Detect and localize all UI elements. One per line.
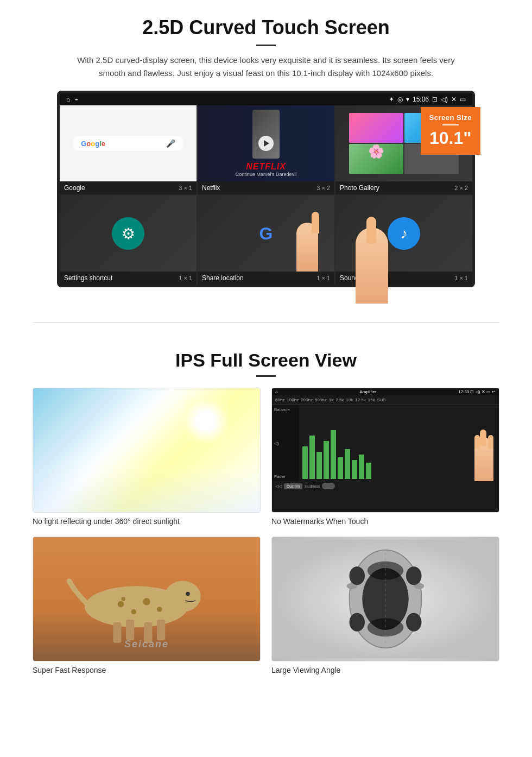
music-note-icon: ♪	[400, 225, 408, 242]
netflix-app-cell[interactable]: NETFLIX Continue Marvel's Daredevil Netf…	[198, 105, 334, 194]
settings-app-cell[interactable]: ⚙ Settings shortcut 1 × 1	[60, 195, 197, 285]
google-logo: Google	[81, 140, 105, 148]
section2-title: IPS Full Screen View	[33, 350, 499, 371]
section-curved-touch: 2.5D Curved Touch Screen With 2.5D curve…	[0, 0, 532, 300]
svg-rect-8	[113, 622, 121, 643]
eq-bar-4	[324, 441, 329, 479]
loudness-label: loudness	[305, 484, 320, 488]
share-location-content: G	[198, 195, 334, 272]
section2-divider	[256, 375, 276, 377]
screen-size-badge: Screen Size 10.1"	[421, 107, 481, 155]
sound-size: 1 × 1	[454, 275, 468, 281]
car-svg	[272, 537, 499, 661]
sunlight-bg	[33, 388, 260, 512]
amplifier-label: No Watermarks When Touch	[271, 517, 499, 526]
svg-point-6	[157, 607, 162, 612]
eq-bar-10	[366, 463, 371, 479]
gallery-label: Photo Gallery	[340, 184, 379, 192]
status-bar: ⌂ ⌁ ✦ ◎ ▾ 15:06 ⊡ ◁) ✕ ▭	[60, 93, 472, 105]
feature-amplifier: ⌂ Amplifier 17:33 ⊡ ◁) ✕ ▭ ↩ 60hz100hz20…	[271, 388, 499, 526]
netflix-cell-label: Netflix 3 × 2	[198, 181, 334, 194]
back-arrows: ◁◁	[275, 484, 282, 489]
volume-icon: ◁)	[441, 96, 448, 103]
netflix-play-btn[interactable]	[258, 136, 274, 151]
svg-point-7	[121, 597, 125, 601]
gear-icon: ⚙	[122, 225, 135, 243]
eq-bar-8	[352, 460, 357, 479]
section-ips: IPS Full Screen View No light reflecting…	[0, 344, 532, 691]
status-bar-left: ⌂ ⌁	[66, 96, 78, 103]
cheetah-image: Seicane	[33, 537, 261, 661]
gallery-cell-label: Photo Gallery 2 × 2	[335, 181, 472, 194]
svg-rect-9	[126, 620, 134, 640]
sound-cell-label: Sound Search 1 × 1	[335, 272, 472, 285]
status-time: 15:06	[413, 96, 429, 103]
eq-bar-5	[331, 430, 336, 479]
settings-content: ⚙	[60, 195, 197, 272]
svg-point-3	[118, 601, 124, 607]
settings-label: Settings shortcut	[64, 274, 112, 282]
sound-label: Sound Search	[340, 274, 381, 282]
settings-size: 1 × 1	[179, 275, 192, 281]
badge-size: 10.1"	[429, 128, 472, 148]
feature-grid: No light reflecting under 360° direct su…	[33, 388, 499, 674]
sound-search-cell[interactable]: ♪ Sound Search 1 × 1	[335, 195, 472, 285]
share-location-cell[interactable]: G Share location 1 × 1	[198, 195, 334, 285]
amp-freq-labels: 60hz100hz200hz500hz1k2.5k10k12.5k15kSUB	[272, 395, 499, 405]
eq-bar-6	[338, 457, 343, 479]
cheetah-label: Super Fast Response	[33, 666, 261, 674]
eq-bar-2	[309, 436, 315, 479]
svg-point-23	[406, 613, 422, 632]
netflix-subtitle: Continue Marvel's Daredevil	[202, 172, 330, 177]
eq-bars	[299, 405, 499, 481]
photo-tile-3: 🌸	[349, 144, 403, 174]
usb-icon: ⌁	[74, 96, 78, 103]
location-icon: ◎	[397, 96, 403, 103]
amp-time: 17:33 ⊡ ◁) ✕ ▭ ↩	[458, 389, 496, 394]
mic-icon[interactable]: 🎤	[166, 139, 175, 148]
car-label: Large Viewing Angle	[271, 666, 499, 674]
netflix-bg: NETFLIX Continue Marvel's Daredevil	[198, 105, 334, 181]
device-mockup: Screen Size 10.1" ⌂ ⌁ ✦ ◎ ▾ 15:06 ⊡ ◁) ✕	[57, 91, 475, 287]
sound-search-content: ♪	[335, 195, 472, 272]
google-search-bar[interactable]: Google 🎤	[73, 136, 183, 151]
settings-icon-circle: ⚙	[112, 217, 144, 250]
sound-search-icon: ♪	[388, 217, 420, 250]
share-hand: G	[198, 195, 334, 272]
wifi-icon: ▾	[406, 96, 409, 103]
google-app-cell[interactable]: Google 🎤 Google 3 × 1	[60, 105, 197, 194]
sunlight-image	[33, 388, 261, 513]
toggle-switch[interactable]	[322, 483, 335, 489]
google-cell-label: Google 3 × 1	[60, 181, 197, 194]
section1-description: With 2.5D curved-display screen, this de…	[76, 54, 456, 80]
cheetah-bg: Seicane	[33, 537, 260, 661]
device-screen: ⌂ ⌁ ✦ ◎ ▾ 15:06 ⊡ ◁) ✕ ▭	[57, 91, 475, 287]
eq-bar-3	[316, 452, 322, 479]
close-icon: ✕	[451, 96, 457, 103]
home-icon[interactable]: ⌂	[66, 96, 70, 103]
svg-point-22	[350, 613, 365, 632]
svg-point-21	[406, 566, 422, 585]
share-label: Share location	[202, 274, 244, 282]
feature-sunlight: No light reflecting under 360° direct su…	[33, 388, 261, 526]
gallery-size: 2 × 2	[454, 185, 468, 191]
google-maps-icon: G	[259, 224, 273, 244]
svg-point-20	[350, 566, 365, 585]
svg-point-2	[164, 581, 201, 612]
svg-point-12	[186, 592, 190, 596]
eq-bar-1	[302, 446, 308, 479]
eq-bar-7	[345, 449, 350, 479]
page-separator	[33, 322, 499, 323]
share-cell-label: Share location 1 × 1	[198, 272, 334, 285]
amplifier-image: ⌂ Amplifier 17:33 ⊡ ◁) ✕ ▭ ↩ 60hz100hz20…	[271, 388, 499, 513]
amp-home-icon: ⌂	[275, 389, 278, 394]
settings-cell-label: Settings shortcut 1 × 1	[60, 272, 197, 285]
camera-icon: ⊡	[432, 96, 438, 103]
svg-point-4	[131, 609, 137, 615]
google-size: 3 × 1	[179, 185, 192, 191]
svg-point-5	[143, 598, 150, 605]
netflix-size: 3 × 2	[316, 185, 330, 191]
pointing-finger	[312, 212, 319, 234]
custom-btn[interactable]: Custom	[284, 483, 302, 489]
eq-labels: Balance ◁) Fader	[272, 405, 299, 481]
